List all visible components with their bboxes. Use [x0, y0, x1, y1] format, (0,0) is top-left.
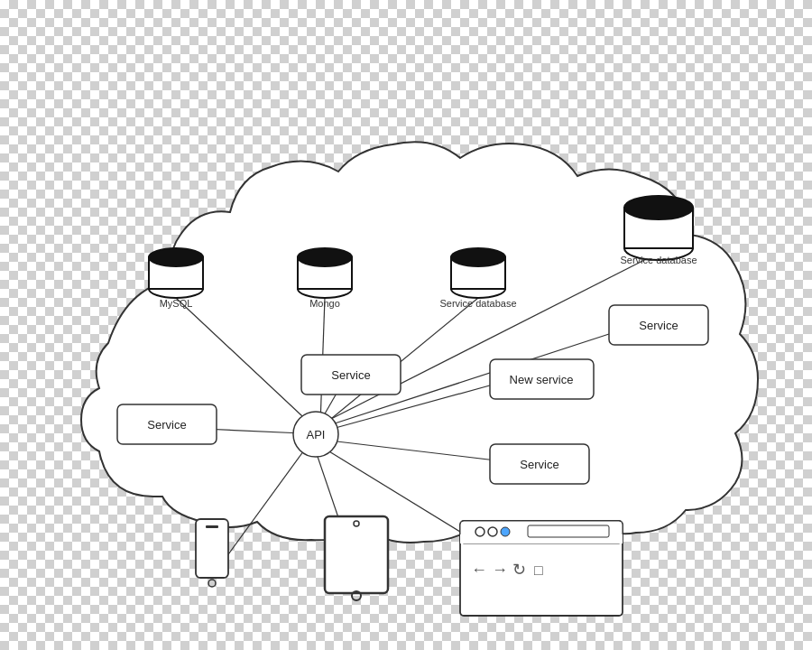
- svg-text:□: □: [534, 562, 543, 578]
- svg-point-2: [149, 248, 203, 266]
- svg-rect-24: [528, 525, 609, 537]
- phone-device: [196, 519, 228, 587]
- service-bottom-label: Service: [520, 458, 558, 471]
- api-label: API: [307, 428, 326, 441]
- svg-point-5: [298, 248, 352, 266]
- mysql-label: MySQL: [160, 298, 193, 309]
- diagram-container: MySQL Mongo Service database Service dat…: [36, 18, 776, 632]
- svg-text:←: ←: [471, 561, 487, 579]
- service-database-center: [451, 248, 505, 298]
- tablet-device: [325, 516, 388, 600]
- svg-point-23: [501, 527, 510, 536]
- service-database-right-label: Service database: [621, 255, 697, 265]
- service-top-label: Service: [331, 368, 370, 382]
- browser-device: ← → ↻ □: [460, 521, 623, 616]
- service-database-right: [624, 196, 693, 260]
- svg-point-13: [208, 580, 216, 587]
- svg-text:→: →: [492, 561, 508, 579]
- mongo-label: Mongo: [309, 298, 340, 309]
- service-right-label: Service: [639, 319, 678, 332]
- service-database-center-label: Service database: [440, 298, 517, 309]
- svg-point-8: [451, 248, 505, 266]
- svg-text:↻: ↻: [512, 561, 526, 579]
- svg-rect-14: [206, 525, 218, 528]
- service-left-label: Service: [147, 418, 186, 432]
- mongo-database: [298, 248, 352, 298]
- svg-rect-15: [325, 516, 388, 593]
- svg-point-11: [624, 196, 693, 219]
- mysql-database: [149, 248, 203, 298]
- new-service-label: New service: [510, 373, 574, 386]
